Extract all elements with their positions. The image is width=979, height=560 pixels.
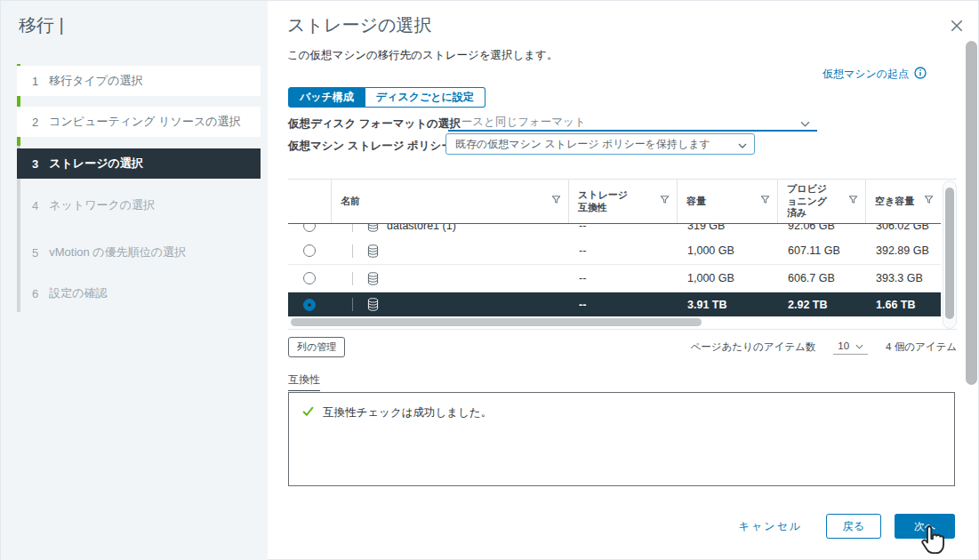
scrollbar-thumb[interactable] bbox=[291, 318, 702, 326]
capacity-value: 1,000 GB bbox=[677, 244, 777, 257]
storage-compat-value: -- bbox=[568, 224, 677, 232]
step-label: vMotion の優先順位の選択 bbox=[49, 244, 186, 260]
sidebar-step-review: 6 設定の確認 bbox=[17, 278, 261, 308]
provisioned-value: 2.92 TB bbox=[777, 299, 865, 311]
column-label: 名前 bbox=[341, 196, 360, 208]
pagination: ページあたりのアイテム数 10 4 個のアイテム bbox=[691, 340, 957, 355]
provisioned-value: 606.7 GB bbox=[777, 272, 865, 284]
cancel-button[interactable]: キャンセル bbox=[739, 519, 802, 534]
datastore-cylinder-icon bbox=[367, 298, 379, 311]
storage-compat-value: -- bbox=[568, 244, 677, 257]
tab-batch-configure[interactable]: バッチ構成 bbox=[288, 87, 365, 108]
sidebar-step-vmotion-priority: 5 vMotion の優先順位の選択 bbox=[17, 237, 261, 268]
step-label: ストレージの選択 bbox=[49, 156, 143, 172]
row-radio[interactable] bbox=[303, 224, 316, 232]
free-space-value: 306.02 GB bbox=[865, 224, 941, 232]
wizard-content: ストレージの選択 この仮想マシンの移行先のストレージを選択します。 仮想マシンの… bbox=[268, 1, 978, 559]
sidebar-step-migration-type[interactable]: 1 移行タイプの選択 bbox=[17, 66, 261, 96]
radio-column-header bbox=[288, 180, 331, 223]
provisioned-value: 607.11 GB bbox=[777, 244, 865, 257]
datastore-name: datastore1 (1) bbox=[387, 224, 456, 232]
migrate-wizard-dialog: 移行 | 1 移行タイプの選択 2 コンピューティング リソースの選択 3 スト… bbox=[0, 0, 979, 560]
row-radio[interactable] bbox=[303, 272, 316, 284]
step-number: 5 bbox=[32, 246, 38, 260]
next-button[interactable]: 次へ bbox=[895, 514, 955, 539]
items-per-page-value: 10 bbox=[838, 340, 849, 351]
disk-format-select[interactable]: ソースと同じフォーマット bbox=[448, 115, 817, 132]
free-space-value: 392.89 GB bbox=[865, 244, 941, 257]
filter-funnel-icon[interactable] bbox=[551, 195, 561, 208]
datastore-table: 名前 ストレージ互換性 容量 プロビジョニング済み 空き容量 bbox=[288, 179, 957, 330]
provisioned-value: 92.06 GB bbox=[777, 224, 865, 232]
storage-compat-value: -- bbox=[568, 299, 677, 311]
storage-policy-label: 仮想マシン ストレージ ポリシー bbox=[288, 139, 453, 154]
free-space-value: 1.66 TB bbox=[865, 299, 941, 311]
filter-funnel-icon[interactable] bbox=[760, 195, 770, 208]
row-radio[interactable] bbox=[303, 244, 316, 257]
step-label: 設定の確認 bbox=[49, 285, 107, 301]
table-vertical-scrollbar[interactable] bbox=[943, 180, 957, 329]
dialog-scrollbar[interactable] bbox=[966, 41, 977, 385]
items-per-page-select[interactable]: 10 bbox=[833, 340, 868, 355]
table-horizontal-scrollbar[interactable] bbox=[288, 316, 941, 329]
datastore-cylinder-icon bbox=[367, 272, 379, 285]
column-header-provisioned: プロビジョニング済み bbox=[777, 180, 865, 223]
tab-configure-per-disk[interactable]: ディスクごとに設定 bbox=[365, 87, 485, 108]
sidebar-step-network: 4 ネットワークの選択 bbox=[17, 190, 261, 220]
step-number: 2 bbox=[32, 116, 38, 129]
storage-policy-value: 既存の仮想マシン ストレージ ポリシーを保持します bbox=[455, 137, 710, 152]
step-number: 1 bbox=[32, 75, 38, 88]
clipped-row-viewport: datastore1 (1) -- 319 GB 92.06 GB 306.02… bbox=[288, 224, 957, 237]
column-header-name: 名前 bbox=[331, 180, 568, 223]
capacity-value: 3.91 TB bbox=[677, 299, 777, 311]
page-subtitle: この仮想マシンの移行先のストレージを選択します。 bbox=[287, 48, 558, 63]
scrollbar-thumb[interactable] bbox=[945, 188, 954, 319]
table-header-row: 名前 ストレージ互換性 容量 プロビジョニング済み 空き容量 bbox=[288, 180, 941, 224]
close-icon[interactable] bbox=[949, 19, 965, 35]
datastore-cylinder-icon bbox=[367, 224, 379, 232]
column-label: プロビジョニング済み bbox=[787, 183, 831, 220]
column-header-free-space: 空き容量 bbox=[865, 180, 941, 223]
filter-funnel-icon[interactable] bbox=[660, 195, 670, 208]
wizard-sidebar: 移行 | 1 移行タイプの選択 2 コンピューティング リソースの選択 3 スト… bbox=[1, 1, 268, 560]
cell-divider bbox=[352, 272, 353, 285]
table-row[interactable]: datastore1 (1) -- 319 GB 92.06 GB 306.02… bbox=[288, 224, 941, 237]
storage-policy-select[interactable]: 既存の仮想マシン ストレージ ポリシーを保持します bbox=[445, 133, 755, 155]
vm-origin-label[interactable]: 仮想マシンの起点 bbox=[823, 67, 909, 82]
step-label: 移行タイプの選択 bbox=[49, 73, 142, 89]
compatibility-message: 互換性チェックは成功しました。 bbox=[323, 405, 492, 420]
step-label: コンピューティング リソースの選択 bbox=[49, 114, 240, 130]
step-number: 3 bbox=[32, 157, 38, 171]
column-label: 空き容量 bbox=[875, 196, 914, 208]
compatibility-message-row: 互換性チェックは成功しました。 bbox=[301, 404, 942, 420]
configure-mode-toggle: バッチ構成 ディスクごとに設定 bbox=[288, 87, 485, 108]
wizard-title: 移行 | bbox=[19, 13, 64, 37]
table-row-selected[interactable]: -- 3.91 TB 2.92 TB 1.66 TB bbox=[288, 292, 941, 316]
row-radio-selected[interactable] bbox=[303, 299, 316, 311]
step-label: ネットワークの選択 bbox=[49, 197, 155, 213]
column-header-capacity: 容量 bbox=[677, 180, 777, 223]
chevron-down-icon bbox=[855, 340, 863, 351]
disk-format-value: ソースと同じフォーマット bbox=[450, 115, 586, 130]
back-button[interactable]: 戻る bbox=[826, 514, 881, 539]
info-icon[interactable] bbox=[914, 67, 927, 82]
table-row[interactable]: -- 1,000 GB 607.11 GB 392.89 GB bbox=[288, 237, 941, 265]
filter-funnel-icon[interactable] bbox=[848, 195, 858, 208]
page-title: ストレージの選択 bbox=[287, 13, 431, 37]
check-icon bbox=[301, 404, 315, 420]
chevron-down-icon bbox=[738, 136, 747, 152]
step-number: 4 bbox=[32, 199, 38, 212]
table-footer: 列の管理 ページあたりのアイテム数 10 4 個のアイテム bbox=[288, 337, 957, 357]
column-label: 容量 bbox=[686, 196, 706, 208]
cell-divider bbox=[352, 298, 353, 311]
table-row[interactable]: -- 1,000 GB 606.7 GB 393.3 GB bbox=[288, 265, 941, 292]
compatibility-label: 互換性 bbox=[288, 372, 320, 391]
column-label: ストレージ互換性 bbox=[578, 189, 633, 214]
vm-origin-link[interactable]: 仮想マシンの起点 bbox=[823, 67, 927, 82]
filter-funnel-icon[interactable] bbox=[924, 195, 934, 208]
items-per-page-label: ページあたりのアイテム数 bbox=[691, 340, 816, 354]
sidebar-step-storage[interactable]: 3 ストレージの選択 bbox=[17, 148, 261, 179]
sidebar-step-compute-resource[interactable]: 2 コンピューティング リソースの選択 bbox=[17, 107, 261, 137]
manage-columns-button[interactable]: 列の管理 bbox=[288, 337, 345, 357]
chevron-down-icon bbox=[800, 115, 810, 131]
